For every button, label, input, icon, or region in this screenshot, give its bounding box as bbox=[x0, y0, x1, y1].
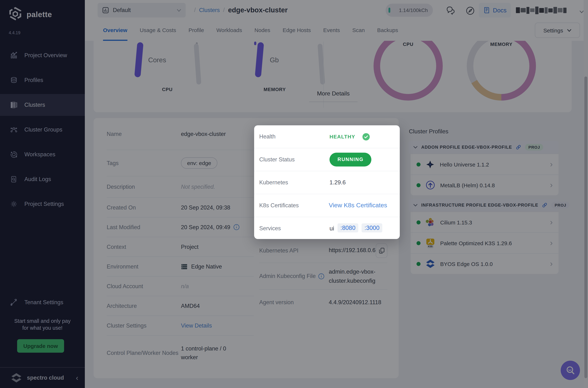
service-port-link-8080[interactable]: :8080 bbox=[338, 223, 359, 232]
card-label: Cluster Status bbox=[259, 156, 295, 163]
card-row-cluster-status: Cluster Status RUNNING bbox=[254, 148, 400, 171]
service-port-link-3000[interactable]: :3000 bbox=[362, 223, 383, 232]
card-label: Health bbox=[259, 133, 276, 140]
kubernetes-version-value: 1.29.6 bbox=[330, 179, 346, 186]
card-row-services: Services ui :8080 :3000 bbox=[254, 217, 400, 240]
service-name: ui bbox=[330, 225, 334, 232]
card-label: Kubernetes bbox=[259, 179, 288, 186]
check-circle-icon bbox=[362, 133, 370, 141]
card-label: Services bbox=[259, 225, 281, 232]
card-label: K8s Certificates bbox=[259, 202, 299, 209]
health-value: HEALTHY bbox=[330, 134, 355, 140]
card-row-health: Health HEALTHY bbox=[254, 125, 400, 148]
cluster-status-card: Health HEALTHY Cluster Status RUNNING Ku… bbox=[254, 125, 400, 239]
palette-app: palette 4.4.19 Project Overview bbox=[0, 0, 588, 388]
card-row-kubernetes: Kubernetes 1.29.6 bbox=[254, 171, 400, 194]
running-status-pill[interactable]: RUNNING bbox=[330, 153, 372, 167]
view-k8s-certificates-link[interactable]: View K8s Certificates bbox=[329, 202, 387, 209]
card-row-k8s-certificates: K8s Certificates View K8s Certificates bbox=[254, 194, 400, 217]
